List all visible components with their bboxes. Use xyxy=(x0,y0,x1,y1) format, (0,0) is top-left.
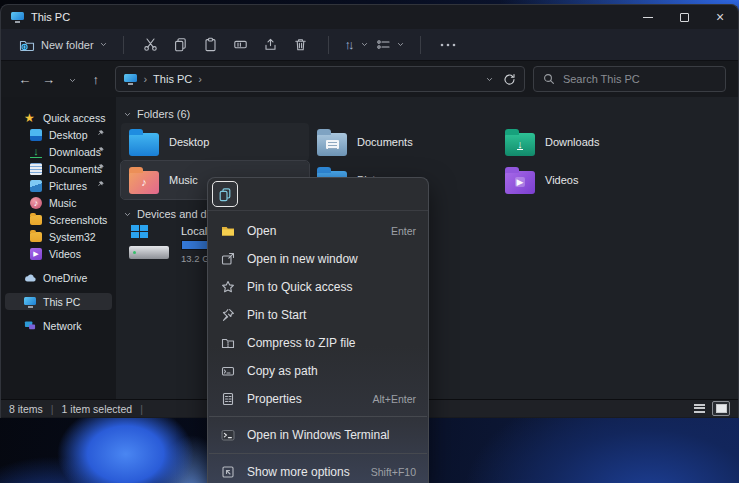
pin-icon xyxy=(96,180,105,189)
breadcrumb-this-pc[interactable]: This PC xyxy=(153,73,192,85)
back-button[interactable]: ← xyxy=(13,72,37,87)
menu-item-open-new-window[interactable]: Open in new window xyxy=(208,245,428,273)
context-menu: Open Enter Open in new window Pin to Qui… xyxy=(207,177,429,483)
folder-tile-label: Music xyxy=(169,174,198,186)
sidebar-item-screenshots[interactable]: Screenshots xyxy=(5,211,112,228)
music-folder-icon: ♪ xyxy=(129,171,159,194)
menu-item-properties[interactable]: Properties Alt+Enter xyxy=(208,385,428,413)
star-icon: ★ xyxy=(24,112,36,124)
minimize-button[interactable] xyxy=(630,5,666,29)
sidebar-item-documents[interactable]: Documents xyxy=(5,160,112,177)
music-icon: ♪ xyxy=(30,197,42,209)
sidebar-item-label: Pictures xyxy=(49,180,87,192)
sidebar-item-music[interactable]: ♪ Music xyxy=(5,194,112,211)
sidebar-item-desktop[interactable]: Desktop xyxy=(5,126,112,143)
folder-tile-downloads[interactable]: ↓ Downloads xyxy=(497,123,685,161)
menu-item-show-more-options[interactable]: Show more options Shift+F10 xyxy=(208,457,428,483)
close-button[interactable]: × xyxy=(702,5,738,29)
cut-button[interactable] xyxy=(136,32,166,58)
cut-icon xyxy=(143,37,158,52)
menu-item-open-windows-terminal[interactable]: Open in Windows Terminal xyxy=(208,420,428,450)
address-dropdown-icon[interactable] xyxy=(486,76,493,83)
folder-tile-label: Documents xyxy=(357,136,413,148)
new-folder-label: New folder xyxy=(41,39,94,51)
address-bar[interactable]: › This PC › xyxy=(115,66,524,92)
menu-item-shortcut: Shift+F10 xyxy=(371,466,416,478)
details-view-button[interactable] xyxy=(690,401,708,416)
open-new-window-icon xyxy=(221,252,235,266)
menu-item-shortcut: Alt+Enter xyxy=(373,393,416,405)
menu-item-label: Open in new window xyxy=(247,252,404,266)
folder-tile-desktop[interactable]: Desktop xyxy=(121,123,309,161)
pin-icon xyxy=(96,129,105,138)
sidebar-item-quick-access[interactable]: ★ Quick access xyxy=(5,109,112,126)
sidebar-item-pictures[interactable]: Pictures xyxy=(5,177,112,194)
windows-logo-icon xyxy=(131,225,148,238)
sidebar-item-label: Desktop xyxy=(49,129,88,141)
more-options-button[interactable] xyxy=(433,32,463,58)
folder-tile-documents[interactable]: Documents xyxy=(309,123,497,161)
folder-icon xyxy=(30,232,42,242)
sort-button[interactable]: ↑↓ xyxy=(341,37,372,52)
quick-copy-button[interactable] xyxy=(212,181,238,207)
search-box[interactable]: Search This PC xyxy=(533,66,726,92)
menu-item-copy-as-path[interactable]: Copy as path xyxy=(208,357,428,385)
chevron-down-icon xyxy=(100,41,107,48)
menu-item-compress-zip[interactable]: Compress to ZIP file xyxy=(208,329,428,357)
network-icon xyxy=(24,320,36,332)
sidebar-item-label: Quick access xyxy=(43,112,105,124)
copy-button[interactable] xyxy=(166,32,196,58)
cloud-icon xyxy=(24,272,36,284)
sidebar-item-label: System32 xyxy=(49,231,96,243)
menu-item-pin-to-start[interactable]: Pin to Start xyxy=(208,301,428,329)
folder-open-icon xyxy=(221,224,235,238)
refresh-icon[interactable] xyxy=(503,73,516,86)
sidebar-item-label: Downloads xyxy=(49,146,101,158)
paste-button[interactable] xyxy=(196,32,226,58)
sidebar-item-network[interactable]: Network xyxy=(5,317,112,334)
picture-icon xyxy=(30,180,42,192)
context-menu-quick-actions xyxy=(208,178,428,211)
pin-star-icon xyxy=(221,280,235,294)
sidebar-item-label: Documents xyxy=(49,163,102,175)
share-button[interactable] xyxy=(256,32,286,58)
view-button[interactable] xyxy=(372,38,408,51)
maximize-button[interactable] xyxy=(666,5,702,29)
show-more-icon xyxy=(221,465,235,479)
copy-icon xyxy=(218,187,232,202)
title-bar: This PC × xyxy=(1,5,738,29)
new-folder-button[interactable]: New folder xyxy=(15,38,111,52)
desktop-icon xyxy=(30,129,42,141)
sidebar-item-this-pc[interactable]: This PC xyxy=(5,293,112,310)
up-button[interactable]: ↑ xyxy=(84,72,108,87)
forward-button[interactable]: → xyxy=(37,72,61,87)
history-dropdown-button[interactable] xyxy=(60,72,84,87)
folder-tile-videos[interactable]: ▶ Videos xyxy=(497,161,685,199)
large-icons-view-button[interactable] xyxy=(712,401,730,416)
menu-item-open[interactable]: Open Enter xyxy=(208,217,428,245)
folders-section-header[interactable]: Folders (6) xyxy=(124,108,190,120)
address-row: ← → ↑ › This PC › Search T xyxy=(1,61,738,97)
zip-folder-icon xyxy=(221,336,235,350)
menu-item-label: Open in Windows Terminal xyxy=(247,428,404,442)
delete-button[interactable] xyxy=(286,32,316,58)
toolbar-divider xyxy=(123,36,124,54)
sidebar-item-system32[interactable]: System32 xyxy=(5,228,112,245)
view-options-icon xyxy=(376,38,391,51)
pin-icon xyxy=(96,163,105,172)
copy-path-icon xyxy=(221,364,235,378)
sidebar-item-downloads[interactable]: ↓ Downloads xyxy=(5,143,112,160)
context-menu-items: Open Enter Open in new window Pin to Qui… xyxy=(208,211,428,483)
copy-icon xyxy=(173,37,188,52)
folders-section-title: Folders (6) xyxy=(137,108,190,120)
rename-button[interactable] xyxy=(226,32,256,58)
minimize-icon xyxy=(643,17,653,18)
search-icon xyxy=(543,73,555,85)
sidebar-item-videos[interactable]: ▶ Videos xyxy=(5,245,112,262)
terminal-icon xyxy=(221,428,235,442)
search-placeholder: Search This PC xyxy=(563,73,640,85)
this-pc-icon xyxy=(124,74,137,84)
sidebar-item-onedrive[interactable]: OneDrive xyxy=(5,269,112,286)
window-controls: × xyxy=(630,5,738,29)
menu-item-pin-to-quick-access[interactable]: Pin to Quick access xyxy=(208,273,428,301)
